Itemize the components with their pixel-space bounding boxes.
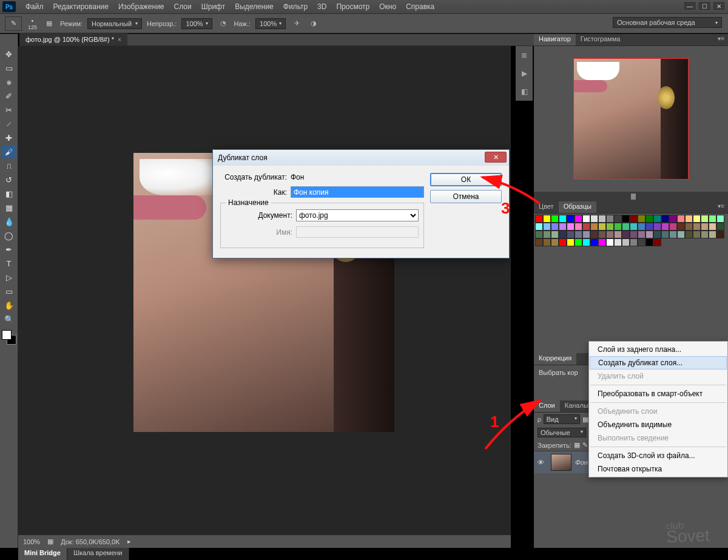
stamp-tool[interactable]: ⎍ (2, 159, 16, 172)
document-select[interactable]: фото.jpg (296, 209, 419, 221)
swatch[interactable] (701, 223, 709, 231)
swatch[interactable] (606, 231, 614, 238)
swatch[interactable] (716, 215, 724, 223)
close-tab-icon[interactable]: × (118, 36, 121, 43)
swatch[interactable] (606, 238, 614, 246)
timeline-tab[interactable]: Шкала времени (67, 548, 129, 560)
swatch[interactable] (677, 223, 685, 231)
swatches-tab[interactable]: Образцы (559, 201, 596, 213)
swatch[interactable] (543, 238, 551, 246)
history-brush-tool[interactable]: ↺ (2, 173, 16, 186)
visibility-icon[interactable]: 👁 (538, 459, 547, 466)
swatch[interactable] (590, 231, 598, 238)
opacity-select[interactable]: 100% (181, 18, 212, 29)
swatch[interactable] (606, 215, 614, 223)
swatch[interactable] (677, 215, 685, 223)
swatch[interactable] (669, 215, 677, 223)
layer-thumb[interactable] (551, 454, 571, 471)
layer-filter-select[interactable]: Вид (544, 414, 580, 424)
swatch[interactable] (582, 223, 590, 231)
swatch[interactable] (701, 231, 709, 238)
ctx-item[interactable]: Создать дубликат слоя... (590, 356, 727, 369)
swatch[interactable] (716, 223, 724, 231)
color-chips[interactable] (2, 330, 16, 345)
marquee-tool[interactable]: ▭ (2, 61, 16, 75)
flow-select[interactable]: 100% (255, 18, 286, 29)
type-tool[interactable]: T (2, 257, 16, 270)
filter-pixel-icon[interactable]: ▦ (582, 416, 588, 423)
swatch[interactable] (693, 231, 701, 238)
swatch[interactable] (598, 238, 606, 246)
swatch[interactable] (543, 215, 551, 223)
eraser-tool[interactable]: ◧ (2, 187, 16, 200)
menu-изображение[interactable]: Изображение (113, 1, 169, 12)
layer-name[interactable]: Фон (575, 459, 588, 466)
lock-transparent-icon[interactable]: ▦ (574, 441, 580, 449)
swatch[interactable] (567, 215, 575, 223)
swatch[interactable] (590, 223, 598, 231)
swatch[interactable] (582, 231, 590, 238)
swatch[interactable] (661, 215, 669, 223)
swatch[interactable] (693, 223, 701, 231)
swatch[interactable] (677, 231, 685, 238)
swatch[interactable] (638, 238, 645, 246)
swatch[interactable] (653, 231, 661, 238)
zoom-value[interactable]: 100% (23, 538, 40, 545)
swatch[interactable] (575, 231, 582, 238)
swatch[interactable] (614, 223, 622, 231)
pressure-size-icon[interactable]: ◑ (308, 18, 320, 30)
menu-просмотр[interactable]: Просмотр (331, 1, 374, 12)
brush-panel-icon[interactable]: ▦ (43, 18, 55, 30)
swatch[interactable] (551, 231, 559, 238)
swatch[interactable] (598, 223, 606, 231)
swatch[interactable] (645, 231, 653, 238)
hand-tool[interactable]: ✋ (2, 299, 16, 312)
swatch[interactable] (693, 215, 701, 223)
swatch[interactable] (645, 215, 653, 223)
dodge-tool[interactable]: ◯ (2, 229, 16, 242)
swatch[interactable] (614, 238, 622, 246)
navigator-zoom-slider[interactable] (534, 192, 728, 201)
swatch[interactable] (630, 223, 638, 231)
swatch[interactable] (590, 215, 598, 223)
ctx-item[interactable]: Создать 3D-слой из файла... (589, 449, 727, 462)
swatch[interactable] (575, 215, 582, 223)
menu-справка[interactable]: Справка (401, 1, 439, 12)
adjustments-tab[interactable]: Коррекция (534, 353, 576, 365)
menu-файл[interactable]: Файл (21, 1, 49, 12)
blur-tool[interactable]: 💧 (2, 215, 16, 228)
pressure-opacity-icon[interactable]: ◔ (217, 18, 229, 30)
airbrush-icon[interactable]: ✈ (291, 18, 303, 30)
swatch[interactable] (622, 238, 630, 246)
lock-pixels-icon[interactable]: ✎ (582, 441, 588, 449)
maximize-button[interactable]: ☐ (698, 1, 711, 11)
swatch[interactable] (716, 231, 724, 238)
history-icon[interactable]: ≣ (519, 50, 530, 61)
ctx-item[interactable]: Почтовая открытка (589, 462, 727, 476)
menu-редактирование[interactable]: Редактирование (49, 1, 113, 12)
dialog-titlebar[interactable]: Дубликат слоя ✕ (213, 150, 509, 166)
ok-button[interactable]: ОК (430, 173, 502, 186)
swatch[interactable] (535, 223, 543, 231)
swatch[interactable] (551, 223, 559, 231)
dialog-close-button[interactable]: ✕ (485, 152, 507, 163)
swatch[interactable] (630, 215, 638, 223)
color-tab[interactable]: Цвет (534, 201, 559, 213)
pen-tool[interactable]: ✒ (2, 243, 16, 256)
shape-tool[interactable]: ▭ (2, 285, 16, 298)
swatch[interactable] (590, 238, 598, 246)
blend-mode-select[interactable]: Нормальный (87, 18, 142, 29)
swatch[interactable] (630, 231, 638, 238)
swatch[interactable] (567, 223, 575, 231)
swatch[interactable] (645, 238, 653, 246)
swatch[interactable] (567, 238, 575, 246)
move-tool[interactable]: ✥ (2, 47, 16, 61)
swatch[interactable] (661, 231, 669, 238)
layers-tab[interactable]: Слои (534, 400, 560, 412)
swatch[interactable] (559, 231, 567, 238)
swatch[interactable] (685, 231, 693, 238)
swatch[interactable] (559, 223, 567, 231)
swatch[interactable] (559, 215, 567, 223)
navigator-tab[interactable]: Навигатор (534, 34, 576, 46)
minimize-button[interactable]: — (683, 1, 696, 11)
